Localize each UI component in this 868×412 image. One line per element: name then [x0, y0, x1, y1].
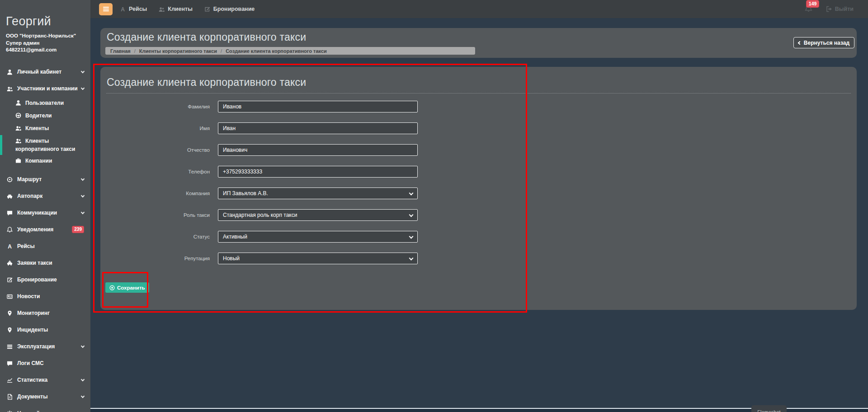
topbar-menu-booking[interactable]: Бронирование [204, 6, 255, 12]
taxi-role-select[interactable]: Стандартная роль корп такси [218, 209, 418, 221]
sidebar-item-clients[interactable]: Клиенты [0, 122, 90, 135]
topbar-menu-trips[interactable]: AРейсы [120, 6, 147, 12]
sidebar-item-label: Клиенты корпоративного такси [15, 138, 75, 152]
gear-icon [7, 411, 13, 412]
sidebar-item-label: Пользователи [25, 100, 64, 106]
user-icon [15, 100, 22, 108]
topbar-right: 149 Выйти [805, 5, 854, 14]
sidebar: Георгий ООО "Нортранс-Норильск" Супер ад… [0, 0, 90, 412]
sidebar-item-sms-logs[interactable]: Логи СМС [0, 355, 90, 372]
sidebar-item-label: Маршрут [17, 176, 42, 183]
chevron-down-icon [81, 394, 85, 398]
logout-label: Выйти [835, 6, 854, 12]
sidebar-item-label: Настройки [17, 410, 46, 412]
sidebar-item-label: Участники и компании [17, 85, 78, 92]
route-a-icon: A [120, 6, 126, 12]
sidebar-item-settings[interactable]: Настройки [0, 405, 90, 412]
sidebar-item-label: Статистика [17, 377, 47, 383]
sidebar-item-notifications[interactable]: Уведомления239 [0, 221, 90, 238]
sidebar-item-label: Водители [25, 112, 52, 119]
hamburger-menu-button[interactable] [99, 3, 113, 15]
map-pin-icon [7, 310, 13, 316]
dotted-separator [106, 93, 851, 94]
sidebar-item-personal-cabinet[interactable]: Личный кабинет [0, 64, 90, 80]
user-company: ООО "Нортранс-Норильск" [6, 33, 84, 40]
sidebar-item-incidents[interactable]: Инциденты [0, 322, 90, 338]
breadcrumb-item: Создание клиента корпоративного такси [226, 48, 327, 54]
user-role: Супер админ [6, 40, 84, 47]
topbar-menu-clients[interactable]: Клиенты [159, 6, 193, 12]
sidebar-item-documents[interactable]: Документы [0, 389, 90, 405]
save-button[interactable]: Сохранить [105, 282, 149, 293]
selected-value: Активный [223, 234, 247, 240]
page-header-card: Создание клиента корпоративного такси Гл… [100, 28, 857, 58]
topbar-menu-label: Клиенты [168, 6, 193, 12]
briefcase-icon [15, 158, 22, 165]
breadcrumb-item[interactable]: Главная [110, 48, 131, 54]
chevron-down-icon [81, 177, 85, 180]
chat-icon [7, 210, 13, 216]
reputation-select[interactable]: Новый [218, 253, 418, 264]
car-icon [7, 193, 13, 199]
notifications-bell[interactable]: 149 [805, 5, 812, 14]
notifications-count-badge: 239 [72, 226, 84, 233]
field-label-status: Статус [100, 234, 218, 239]
form-row-reputation: РепутацияНовый [100, 253, 857, 264]
sidebar-item-taxi-requests[interactable]: Заявки такси [0, 255, 90, 272]
sidebar-item-drivers[interactable]: Водители [0, 110, 90, 122]
breadcrumb-item[interactable]: Клиенты корпоративного такси [139, 48, 217, 54]
svg-text:A: A [121, 6, 125, 12]
flameshot-tooltip: Flameshot [751, 405, 787, 412]
topbar-menu-label: Рейсы [129, 6, 147, 12]
form-row-lastname: Фамилия [100, 101, 857, 112]
sidebar-item-corporate-taxi-clients[interactable]: Клиенты корпоративного такси [0, 135, 90, 155]
sidebar-item-participants-companies[interactable]: Участники и компании [0, 80, 90, 97]
sidebar-item-operation[interactable]: Эксплуатация [0, 338, 90, 355]
sidebar-item-monitoring[interactable]: Мониторинг [0, 305, 90, 322]
lastname-field[interactable] [218, 101, 418, 112]
chevron-down-icon [81, 210, 85, 214]
chevron-down-icon [81, 344, 85, 347]
chevron-down-icon [409, 234, 414, 239]
users-icon [7, 86, 13, 92]
compass-icon [7, 177, 13, 183]
sidebar-item-label: Заявки такси [17, 260, 52, 266]
breadcrumb-separator: / [134, 48, 136, 54]
user-name: Георгий [6, 14, 84, 28]
sidebar-item-news[interactable]: Новости [0, 288, 90, 305]
sidebar-item-users[interactable]: Пользователи [0, 97, 90, 110]
sidebar-item-label: Уведомления [17, 226, 53, 233]
route-a-icon: A [7, 243, 13, 249]
form-card: Создание клиента корпоративного такси Фа… [100, 67, 857, 310]
phone-field[interactable] [218, 166, 418, 178]
back-button[interactable]: Вернуться назад [793, 37, 854, 48]
main-content: Создание клиента корпоративного такси Гл… [90, 18, 868, 412]
topbar-menu: AРейсыКлиентыБронирование [120, 6, 266, 12]
chevron-left-icon [798, 41, 802, 44]
sidebar-item-statistics[interactable]: Статистика [0, 372, 90, 389]
chevron-down-icon [81, 193, 85, 197]
form-rows: ФамилияИмяОтчествоТелефонКомпанияИП Завь… [100, 101, 857, 274]
sidebar-item-fleet[interactable]: Автопарк [0, 188, 90, 205]
field-label-reputation: Репутация [100, 256, 218, 261]
sidebar-item-trips[interactable]: AРейсы [0, 238, 90, 255]
pencil-square-icon [204, 6, 210, 12]
selected-value: Новый [223, 255, 240, 262]
company-select[interactable]: ИП Завьялов А.В. [218, 187, 418, 199]
steering-wheel-icon [15, 112, 22, 120]
form-row-phone: Телефон [100, 166, 857, 178]
firstname-field[interactable] [218, 122, 418, 134]
sidebar-item-companies[interactable]: Компании [0, 155, 90, 168]
sidebar-item-label: Мониторинг [17, 310, 50, 316]
chat-icon [7, 360, 13, 366]
sidebar-item-route[interactable]: Маршрут [0, 171, 90, 188]
sidebar-item-label: Клиенты [25, 125, 49, 131]
logout-button[interactable]: Выйти [826, 6, 854, 12]
sidebar-item-booking[interactable]: Бронирование [0, 272, 90, 288]
sidebar-item-communications[interactable]: Коммуникации [0, 205, 90, 221]
pencil-square-icon [7, 277, 13, 283]
bell-icon [7, 227, 13, 233]
middlename-field[interactable] [218, 144, 418, 156]
status-select[interactable]: Активный [218, 231, 418, 243]
sidebar-item-label: Личный кабинет [17, 69, 61, 75]
